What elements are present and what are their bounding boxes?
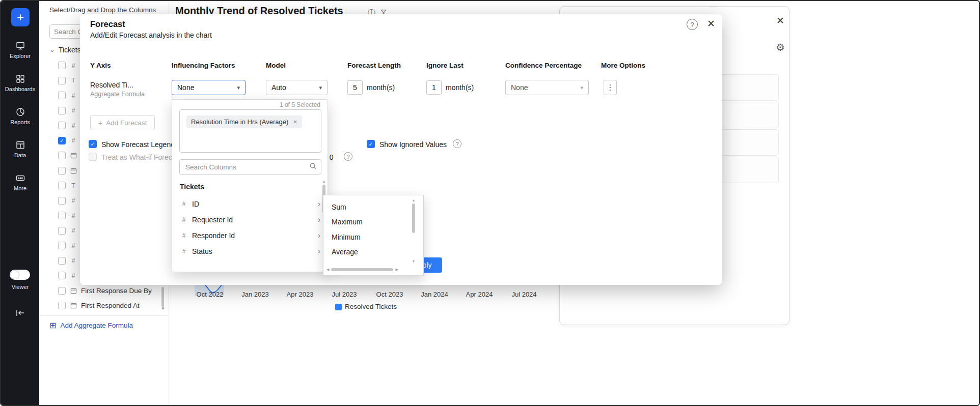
model-select[interactable]: Auto xyxy=(266,80,328,95)
dropdown-item-responder-id[interactable]: Responder Id xyxy=(172,227,320,243)
sidebar-item-label: Dashboards xyxy=(5,86,35,92)
scroll-down-arrow-icon[interactable]: ▼ xyxy=(412,259,416,264)
reports-icon xyxy=(15,107,25,117)
chevron-down-icon xyxy=(580,84,583,91)
scrollbar-thumb[interactable] xyxy=(161,287,164,307)
submenu-vertical-scrollbar[interactable]: ▲ ▼ xyxy=(411,198,416,264)
dropdown-search-box xyxy=(179,159,321,175)
collapse-sidebar-icon[interactable] xyxy=(15,308,26,320)
influencing-factors-select[interactable]: None xyxy=(172,80,246,95)
number-type-icon xyxy=(181,248,187,255)
show-forecast-legend-checkbox[interactable] xyxy=(89,140,97,148)
sidebar-item-data[interactable]: Data xyxy=(1,140,39,158)
scroll-right-arrow-icon[interactable]: ▶ xyxy=(395,268,398,272)
checkbox[interactable] xyxy=(58,257,66,265)
add-forecast-button[interactable]: Add Forecast xyxy=(90,115,155,130)
search-icon xyxy=(309,162,317,172)
dropdown-item-status[interactable]: Status xyxy=(172,243,320,259)
dropdown-item-id[interactable]: ID xyxy=(172,196,320,212)
sidebar-item-label: Data xyxy=(14,152,26,158)
forecast-length-input[interactable] xyxy=(347,80,363,95)
close-icon[interactable] xyxy=(776,15,784,26)
dropdown-search-input[interactable] xyxy=(184,163,306,171)
checkbox[interactable] xyxy=(58,242,66,249)
scrollbar-thumb[interactable] xyxy=(412,204,415,233)
scroll-up-arrow-icon[interactable]: ▲ xyxy=(412,198,416,202)
column-label: First Response Due By xyxy=(81,287,152,295)
number-type-icon xyxy=(70,122,77,129)
submenu-horizontal-scrollbar[interactable]: ◀ ▶ xyxy=(326,267,416,273)
treat-whatif-label: Treat as What-if Forecast xyxy=(101,153,181,161)
scroll-up-arrow-icon[interactable]: ▲ xyxy=(322,180,326,184)
number-type-icon xyxy=(70,137,77,144)
plus-icon xyxy=(17,11,24,23)
help-icon[interactable]: ? xyxy=(687,19,698,30)
y-axis-value: Resolved Ti... xyxy=(90,81,133,89)
close-icon[interactable] xyxy=(707,18,715,30)
columns-section-header[interactable]: Tickets xyxy=(49,46,81,54)
checkbox[interactable] xyxy=(58,92,66,99)
aggregate-option-sum[interactable]: Sum xyxy=(323,199,408,215)
checkbox[interactable] xyxy=(58,167,66,175)
number-type-icon xyxy=(181,232,187,239)
checkbox[interactable] xyxy=(58,77,66,84)
aggregate-option-average[interactable]: Average xyxy=(323,245,408,260)
dropdown-item-label: Status xyxy=(192,247,313,255)
data-icon xyxy=(15,140,25,150)
checkbox[interactable] xyxy=(58,272,66,279)
aggregate-option-minimum[interactable]: Minimum xyxy=(323,229,408,245)
ignore-last-input[interactable] xyxy=(426,80,442,95)
sidebar-item-more[interactable]: More xyxy=(1,173,39,191)
number-type-icon xyxy=(70,257,77,264)
scroll-down-arrow-icon[interactable]: ▼ xyxy=(161,306,165,311)
aggregate-submenu: Sum Maximum Minimum Average ▲ ▼ ◀ ▶ xyxy=(323,195,424,276)
checkbox[interactable] xyxy=(58,197,66,205)
add-aggregate-formula-button[interactable]: Add Aggregate Formula xyxy=(39,315,168,335)
kebab-menu-icon xyxy=(607,83,614,92)
help-icon[interactable]: ? xyxy=(453,139,461,148)
checkbox-checked[interactable] xyxy=(58,137,66,144)
confidence-percentage-select[interactable]: None xyxy=(505,80,589,95)
chevron-right-icon xyxy=(318,199,320,209)
number-type-icon xyxy=(70,212,77,219)
checkbox[interactable] xyxy=(58,287,66,295)
x-axis-label: Apr 2024 xyxy=(466,291,493,298)
y-axis-sublabel: Aggregate Formula xyxy=(90,91,145,98)
column-header-model: Model xyxy=(266,62,286,69)
column-header-more-options: More Options xyxy=(601,62,645,69)
legend-label[interactable]: Resolved Tickets xyxy=(345,303,397,310)
checkbox[interactable] xyxy=(58,212,66,219)
column-list-item[interactable]: First Responded At xyxy=(39,298,168,313)
sidebar-item-label: Reports xyxy=(10,119,30,125)
explorer-icon xyxy=(15,41,25,51)
sidebar-item-explorer[interactable]: Explorer xyxy=(1,41,39,59)
checkbox[interactable] xyxy=(58,122,66,129)
checkbox[interactable] xyxy=(58,152,66,159)
checkbox[interactable] xyxy=(58,227,66,235)
checkbox[interactable] xyxy=(58,62,66,69)
show-forecast-legend-label: Show Forecast Legend xyxy=(101,140,175,149)
add-forecast-label: Add Forecast xyxy=(106,119,147,127)
selected-chip[interactable]: Resolution Time in Hrs (Average) xyxy=(186,115,302,128)
create-new-button[interactable] xyxy=(11,8,30,26)
help-icon[interactable]: ? xyxy=(344,152,352,161)
sidebar-item-reports[interactable]: Reports xyxy=(1,107,39,125)
gear-icon[interactable] xyxy=(776,41,785,53)
show-ignored-values-checkbox[interactable] xyxy=(367,140,375,148)
number-type-icon xyxy=(181,200,187,208)
treat-whatif-checkbox[interactable] xyxy=(89,153,97,161)
checkbox[interactable] xyxy=(58,182,66,189)
viewer-toggle[interactable] xyxy=(10,270,30,280)
aggregate-option-maximum[interactable]: Maximum xyxy=(323,215,408,230)
column-header-forecast-length: Forecast Length xyxy=(347,62,401,69)
scroll-left-arrow-icon[interactable]: ◀ xyxy=(326,268,329,272)
more-options-button[interactable] xyxy=(604,80,617,95)
scrollbar-thumb[interactable] xyxy=(331,268,393,271)
dropdown-item-requester-id[interactable]: Requester Id xyxy=(172,212,320,227)
selected-count: 1 of 5 Selected xyxy=(280,101,320,108)
column-list-item[interactable]: First Response Due By xyxy=(39,283,168,299)
sidebar-item-dashboards[interactable]: Dashboards xyxy=(1,74,39,92)
checkbox[interactable] xyxy=(58,107,66,114)
checkbox[interactable] xyxy=(58,302,66,309)
remove-chip-icon[interactable] xyxy=(293,119,297,125)
